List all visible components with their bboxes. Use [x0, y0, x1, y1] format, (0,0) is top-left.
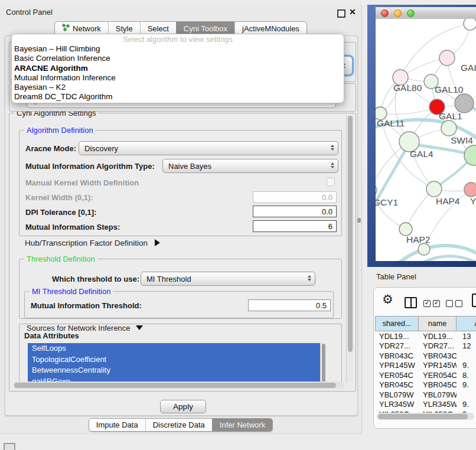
panel-divider-grip[interactable]	[357, 218, 361, 223]
panel-title: Control Panel	[6, 8, 53, 17]
table-panel-title: Table Panel	[376, 272, 416, 281]
network-node[interactable]	[439, 50, 455, 66]
attribute-item-betweennesscentrality[interactable]: BetweennessCentrality	[28, 365, 327, 376]
network-window-titlebar[interactable]	[376, 7, 476, 19]
close-window-icon[interactable]	[381, 9, 389, 17]
tab-style[interactable]: Style	[108, 22, 140, 35]
column-header-a[interactable]: A	[457, 316, 476, 331]
deselect-all-columns-icon[interactable]	[446, 300, 462, 307]
tab-cyni-toolbox[interactable]: Cyni Toolbox	[176, 22, 234, 35]
control-panel-titlebar: Control Panel ✕	[0, 5, 361, 20]
network-edge[interactable]	[400, 24, 470, 77]
manual-kernel-checkbox[interactable]	[327, 178, 335, 186]
export-table-icon[interactable]	[472, 294, 476, 307]
node-label: GAL4	[410, 149, 433, 159]
data-attributes-list[interactable]: SelfLoopsTopologicalCoefficientBetweenne…	[28, 343, 327, 386]
settings-horizontal-scrollbar[interactable]	[13, 381, 345, 389]
algorithm-option-aracne-algorithm[interactable]: ARACNE Algorithm	[12, 64, 344, 73]
settings-vertical-scrollbar[interactable]	[346, 115, 354, 383]
mi-steps-field[interactable]: 6	[253, 220, 337, 232]
tab-jactivemnodules[interactable]: jActiveMNodules	[234, 22, 307, 35]
node-label: GAL	[461, 63, 476, 73]
float-window-icon[interactable]	[337, 9, 345, 18]
table-row[interactable]: YLR345WYLR345W9.	[375, 400, 476, 410]
dropdown-placeholder: Select algorithm to view settings	[12, 35, 344, 44]
network-window: GALGAL80GAL10GAL1GAL11SWI4GAL4GCY1HAP4YH…	[367, 5, 476, 267]
algorithm-option-mutual-information-inference[interactable]: Mutual Information Inference	[12, 73, 344, 83]
algorithm-option-dream8-dc-tdc-algorithm[interactable]: Dream8 DC_TDC Algorithm	[12, 92, 344, 102]
node-label: GAL80	[393, 83, 422, 93]
gear-icon[interactable]: ⚙	[382, 292, 393, 306]
column-header-name[interactable]: name	[419, 316, 457, 331]
table-cell: YER054C	[419, 371, 457, 380]
kernel-width-label: Kernel Width (0,1):	[25, 193, 93, 202]
table-panel: ⚙ shared...nameA YDL19...YDL19...13YDR27…	[373, 287, 476, 429]
network-edge-thick[interactable]	[376, 143, 409, 226]
network-node[interactable]	[464, 19, 476, 30]
split-view-icon[interactable]	[405, 297, 417, 308]
scrollbar-thumb[interactable]	[348, 116, 353, 352]
scrollbar-thumb[interactable]	[322, 344, 325, 384]
network-node[interactable]	[455, 94, 474, 113]
zoom-window-icon[interactable]	[407, 9, 415, 17]
table-row[interactable]: YDR27...YDR27...12	[375, 341, 476, 351]
network-node[interactable]	[418, 243, 430, 255]
column-header-shared[interactable]: shared...	[375, 316, 419, 331]
apply-button[interactable]: Apply	[160, 400, 206, 413]
table-row[interactable]: YBR045CYBR045C9.	[375, 380, 476, 390]
threshold-definition-title: Threshold Definition	[24, 255, 97, 263]
network-node[interactable]	[426, 181, 442, 197]
list-vertical-scrollbar[interactable]	[320, 343, 327, 386]
cyni-toolbox-content: gal-filtered sif default node Select alg…	[5, 35, 358, 416]
table-row[interactable]: YER054CYER054C8.	[375, 370, 476, 380]
mi-threshold-field[interactable]: 0.5	[248, 299, 331, 311]
select-all-columns-icon[interactable]	[423, 300, 440, 307]
tab-infer-network[interactable]: Infer Network	[212, 419, 272, 431]
table-horizontal-scrollbar[interactable]	[377, 413, 474, 420]
network-node[interactable]	[464, 182, 476, 197]
attribute-item-topologicalcoefficient[interactable]: TopologicalCoefficient	[28, 354, 327, 366]
table-row[interactable]: YPR145WYPR145W9.	[375, 361, 476, 371]
threshold-definition-group: Threshold Definition Which threshold to …	[19, 259, 342, 319]
network-node[interactable]	[399, 223, 412, 236]
aracne-mode-combo[interactable]: Discovery	[79, 141, 338, 155]
tab-discretize-data[interactable]: Discretize Data	[145, 419, 212, 431]
tab-label: Impute Data	[96, 420, 138, 429]
algorithm-option-bayesian-hill-climbing[interactable]: Bayesian – Hill Climbing	[12, 44, 344, 54]
table-row[interactable]: YBR043CYBR043C	[375, 351, 476, 361]
kernel-width-field[interactable]: 0.0	[253, 191, 337, 203]
table-row[interactable]: YBL079WYBL079W	[375, 390, 476, 400]
combo-stepper-icon	[331, 145, 334, 151]
mi-steps-label: Mutual Information Steps:	[25, 223, 120, 231]
docked-panel-icon[interactable]	[4, 443, 15, 450]
hub-definition-header[interactable]: Hub/Transcription Factor Definition	[25, 237, 160, 248]
tab-network[interactable]: Network	[55, 22, 108, 35]
algorithm-option-bayesian-k2[interactable]: Bayesian – K2	[12, 83, 344, 92]
mi-threshold-group: MI Threshold Definition Mutual Informati…	[24, 291, 334, 318]
algorithm-definition-title: Algorithm Definition	[24, 126, 96, 135]
mi-type-combo[interactable]: Naive Bayes	[162, 159, 338, 173]
algorithm-option-basic-correlation-inference[interactable]: Basic Correlation Inference	[12, 54, 344, 63]
application-background: Control Panel ✕ NetworkStyleSelectCyni T…	[0, 0, 476, 450]
scrollbar-thumb[interactable]	[14, 383, 336, 388]
which-threshold-value: MI Threshold	[146, 275, 191, 283]
network-edge-thick[interactable]	[411, 256, 476, 261]
network-node[interactable]	[441, 120, 457, 136]
table-cell: 8.	[457, 371, 476, 380]
network-node[interactable]	[376, 184, 377, 197]
scrollbar-thumb[interactable]	[378, 414, 468, 419]
minimize-window-icon[interactable]	[394, 9, 402, 17]
table-cell: YLR345W	[419, 400, 457, 409]
which-threshold-combo[interactable]: MI Threshold	[141, 272, 315, 286]
tab-label: Style	[116, 24, 133, 33]
network-edge[interactable]	[380, 107, 437, 115]
table-cell: 9.	[457, 361, 476, 370]
close-icon[interactable]: ✕	[349, 7, 356, 17]
attribute-item-selfloops[interactable]: SelfLoops	[28, 343, 327, 354]
tab-select[interactable]: Select	[140, 22, 176, 35]
dpi-tolerance-field[interactable]: 0.0	[253, 206, 337, 217]
tab-impute-data[interactable]: Impute Data	[89, 419, 145, 431]
table-row[interactable]: YDL19...YDL19...13	[375, 331, 476, 341]
network-canvas[interactable]: GALGAL80GAL10GAL1GAL11SWI4GAL4GCY1HAP4YH…	[376, 19, 476, 261]
tab-label: Network	[73, 24, 101, 33]
